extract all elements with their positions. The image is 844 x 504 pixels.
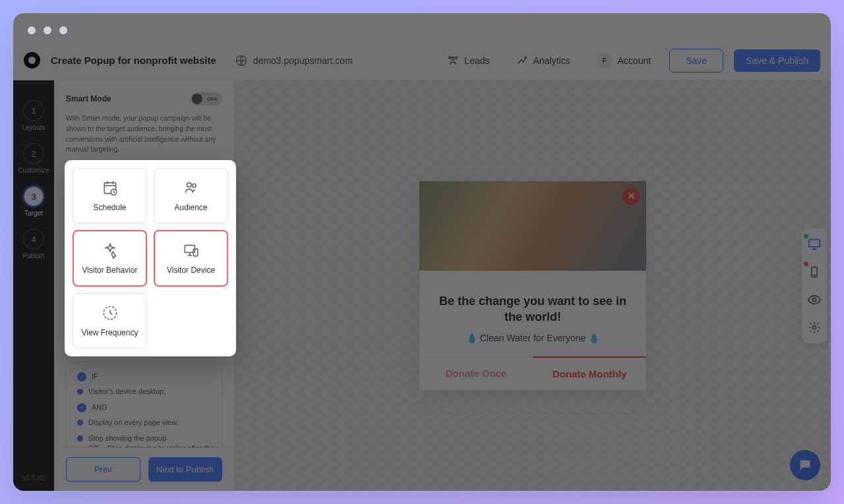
version-label: v1.5.92 — [23, 474, 45, 482]
analytics-label: Analytics — [533, 55, 570, 66]
card-label: Visitor Device — [167, 266, 215, 275]
domain-text: demo3.popupsmart.com — [253, 55, 353, 66]
card-schedule[interactable]: Schedule — [73, 168, 147, 223]
app-header: Create Popup for nonprofit website demo3… — [13, 41, 831, 80]
check-icon: ✓ — [77, 372, 86, 381]
leads-label: Leads — [464, 55, 489, 66]
card-label: View Frequency — [82, 328, 138, 337]
smart-mode-row: Smart Mode OFF — [66, 92, 222, 105]
rule-stop: Stop showing the popup OR – Stop display… — [88, 434, 218, 447]
account-link[interactable]: F Account — [589, 53, 659, 69]
target-options-popout: Schedule Audience Visitor Behavior Visit… — [65, 160, 236, 356]
card-visitor-device[interactable]: Visitor Device — [154, 230, 228, 287]
analytics-link[interactable]: Analytics — [508, 55, 578, 67]
bullet-icon — [77, 420, 83, 426]
mac-max-dot[interactable] — [59, 26, 67, 34]
bullet-icon — [77, 435, 83, 441]
rule-item: ✓ AND — [77, 400, 222, 415]
audience-icon — [183, 179, 200, 196]
rail-label: Target — [24, 210, 43, 217]
close-icon[interactable]: ✕ — [622, 188, 640, 205]
prev-button[interactable]: Prev — [66, 457, 140, 482]
app-window: Create Popup for nonprofit website demo3… — [13, 13, 831, 491]
devices-icon — [183, 242, 200, 259]
page-title: Create Popup for nonprofit website — [51, 55, 216, 66]
rail-label: Customize — [18, 167, 49, 174]
svg-point-11 — [187, 182, 191, 187]
svg-point-7 — [812, 298, 816, 302]
card-label: Schedule — [93, 203, 126, 212]
donate-once-tab[interactable]: Donate Once — [419, 357, 533, 390]
svg-point-8 — [813, 325, 816, 329]
calendar-icon — [102, 179, 119, 196]
svg-point-12 — [192, 184, 195, 187]
next-to-publish-button[interactable]: Next to Publish — [148, 457, 223, 482]
device-rail — [802, 229, 827, 343]
smart-mode-toggle[interactable]: OFF — [191, 92, 222, 105]
rule-and: AND — [92, 403, 107, 412]
desktop-preview-button[interactable] — [805, 235, 824, 254]
popup-hero-image: ✕ — [419, 181, 646, 271]
card-label: Audience — [174, 203, 207, 212]
rule-item: Stop showing the popup OR – Stop display… — [77, 431, 222, 447]
avatar: F — [597, 53, 613, 69]
rule-item: ✓ IF — [77, 369, 222, 384]
donate-monthly-tab[interactable]: Donate Monthly — [533, 356, 646, 390]
status-dot-enabled — [804, 234, 808, 238]
card-label: Visitor Behavior — [82, 266, 138, 275]
leads-link[interactable]: Leads — [439, 55, 497, 67]
rail-step-publish[interactable]: 4 Publish — [23, 229, 45, 260]
step-rail: 1 Layouts 2 Customize 3 Target 4 Publish… — [13, 80, 54, 491]
account-label: Account — [618, 55, 651, 66]
analytics-icon — [516, 55, 528, 67]
smart-mode-label: Smart Mode — [66, 94, 111, 103]
svg-point-2 — [456, 57, 458, 59]
rail-step-layouts[interactable]: 1 Layouts — [22, 100, 45, 131]
toggle-state-label: OFF — [207, 96, 218, 102]
svg-rect-4 — [809, 239, 820, 246]
rule-list: ✓ IF Visitor's device desktop, ✓ AND — [66, 362, 222, 447]
globe-icon — [235, 54, 248, 67]
popup-body: Be the change you want to see in the wor… — [419, 271, 646, 357]
rule-item: Visitor's device desktop, — [77, 384, 222, 399]
svg-point-1 — [452, 57, 455, 60]
card-visitor-behavior[interactable]: Visitor Behavior — [73, 230, 147, 287]
brand-logo[interactable] — [24, 52, 40, 69]
preview-canvas: ✕ Be the change you want to see in the w… — [235, 80, 831, 491]
check-icon: ✓ — [77, 403, 86, 412]
popup-tabs: Donate Once Donate Monthly — [419, 356, 646, 390]
mobile-preview-button[interactable] — [805, 263, 824, 281]
settings-preview-button[interactable] — [805, 318, 824, 337]
sparkle-cursor-icon — [102, 242, 119, 259]
bullet-icon — [77, 389, 83, 395]
toggle-knob — [192, 94, 202, 104]
rail-step-customize[interactable]: 2 Customize — [18, 143, 49, 174]
mac-traffic-lights — [28, 26, 67, 34]
clock-icon — [102, 304, 119, 322]
popup-subheadline: 💧 Clean Water for Everyone 💧 — [435, 333, 630, 343]
svg-point-6 — [814, 275, 815, 276]
leads-icon — [447, 55, 459, 67]
card-audience[interactable]: Audience — [154, 168, 228, 223]
rule-item: Display on every page view. — [77, 415, 222, 430]
mac-close-dot[interactable] — [28, 26, 36, 34]
rule-if: IF — [92, 372, 98, 381]
rail-label: Layouts — [22, 124, 45, 131]
rail-step-target[interactable]: 3 Target — [23, 186, 44, 217]
save-button[interactable]: Save — [669, 49, 723, 72]
svg-point-3 — [449, 57, 451, 59]
smart-mode-description: With Smart mode, your popup campaign wil… — [66, 113, 222, 155]
rail-label: Publish — [23, 252, 45, 260]
popup-preview: ✕ Be the change you want to see in the w… — [419, 181, 646, 391]
domain-display[interactable]: demo3.popupsmart.com — [235, 54, 353, 67]
status-dot-disabled — [804, 262, 808, 266]
save-publish-button[interactable]: Save & Publish — [734, 49, 820, 72]
panel-footer: Prev Next to Publish — [54, 447, 234, 491]
mac-min-dot[interactable] — [44, 26, 51, 34]
rule-display: Display on every page view. — [88, 418, 178, 428]
popup-headline: Be the change you want to see in the wor… — [435, 293, 630, 325]
card-view-frequency[interactable]: View Frequency — [73, 293, 147, 349]
rule-device: Visitor's device desktop, — [88, 387, 166, 397]
visibility-preview-button[interactable] — [805, 291, 824, 309]
chat-fab[interactable] — [790, 450, 820, 480]
